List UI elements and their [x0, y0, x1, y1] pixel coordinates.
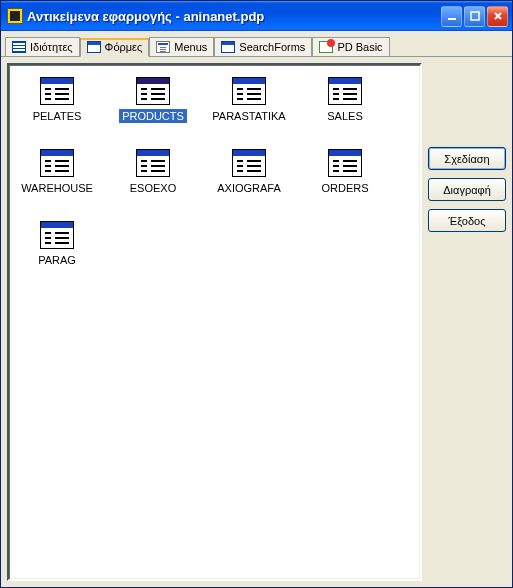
design-button[interactable]: Σχεδίαση	[428, 147, 506, 170]
form-icon	[328, 149, 362, 177]
form-icon	[232, 77, 266, 105]
button-label: Έξοδος	[449, 215, 486, 227]
form-icon	[232, 149, 266, 177]
tab-label: Menus	[174, 41, 207, 53]
list-item[interactable]: ESOEXO	[111, 149, 195, 195]
tab-menus[interactable]: Menus	[149, 37, 214, 56]
list-item[interactable]: PARASTATIKA	[207, 77, 291, 123]
tab-searchforms[interactable]: SearchForms	[214, 37, 312, 56]
app-icon	[7, 8, 23, 24]
searchforms-icon	[221, 41, 235, 53]
svg-rect-1	[471, 12, 479, 20]
list-item[interactable]: PARAG	[15, 221, 99, 267]
tab-label: SearchForms	[239, 41, 305, 53]
tab-label: Φόρμες	[105, 41, 143, 53]
window-title: Αντικείμενα εφαρμογής - aninanet.pdp	[27, 9, 264, 24]
close-button[interactable]	[487, 6, 508, 27]
form-icon	[40, 77, 74, 105]
minimize-button[interactable]	[441, 6, 462, 27]
item-label: PARASTATIKA	[209, 109, 288, 123]
maximize-icon	[470, 11, 480, 21]
list-item[interactable]: ORDERS	[303, 149, 387, 195]
form-icon	[136, 77, 170, 105]
tab-label: PD Basic	[337, 41, 382, 53]
forms-icon	[87, 41, 101, 53]
form-icon	[328, 77, 362, 105]
side-buttons: Σχεδίαση Διαγραφή Έξοδος	[428, 63, 506, 581]
item-label: SALES	[324, 109, 365, 123]
button-label: Διαγραφή	[443, 184, 491, 196]
list-item[interactable]: SALES	[303, 77, 387, 123]
list-item[interactable]: PRODUCTS	[111, 77, 195, 123]
item-label: WAREHOUSE	[18, 181, 96, 195]
item-label: PELATES	[30, 109, 85, 123]
window-controls	[441, 6, 508, 27]
tab-pdbasic[interactable]: PD Basic	[312, 37, 389, 56]
titlebar[interactable]: Αντικείμενα εφαρμογής - aninanet.pdp	[1, 1, 512, 31]
properties-icon	[12, 41, 26, 53]
maximize-button[interactable]	[464, 6, 485, 27]
exit-button[interactable]: Έξοδος	[428, 209, 506, 232]
svg-rect-0	[448, 18, 456, 20]
app-window: Αντικείμενα εφαρμογής - aninanet.pdp Ιδι…	[0, 0, 513, 588]
forms-list[interactable]: PELATESPRODUCTSPARASTATIKASALESWAREHOUSE…	[7, 63, 422, 581]
close-icon	[493, 11, 503, 21]
form-icon	[40, 221, 74, 249]
tab-label: Ιδιότητες	[30, 41, 73, 53]
item-label: PRODUCTS	[119, 109, 187, 123]
tab-properties[interactable]: Ιδιότητες	[5, 37, 80, 56]
tab-forms[interactable]: Φόρμες	[80, 38, 150, 57]
item-label: PARAG	[35, 253, 79, 267]
list-item[interactable]: PELATES	[15, 77, 99, 123]
item-label: AXIOGRAFA	[214, 181, 284, 195]
button-label: Σχεδίαση	[444, 153, 489, 165]
minimize-icon	[447, 11, 457, 21]
item-label: ORDERS	[318, 181, 371, 195]
menus-icon	[156, 41, 170, 53]
tab-strip: Ιδιότητες Φόρμες Menus SearchForms PD Ba…	[1, 31, 512, 57]
client-area: PELATESPRODUCTSPARASTATIKASALESWAREHOUSE…	[1, 57, 512, 587]
item-label: ESOEXO	[127, 181, 179, 195]
form-icon	[136, 149, 170, 177]
pdbasic-icon	[319, 41, 333, 53]
list-item[interactable]: AXIOGRAFA	[207, 149, 291, 195]
delete-button[interactable]: Διαγραφή	[428, 178, 506, 201]
form-icon	[40, 149, 74, 177]
list-item[interactable]: WAREHOUSE	[15, 149, 99, 195]
